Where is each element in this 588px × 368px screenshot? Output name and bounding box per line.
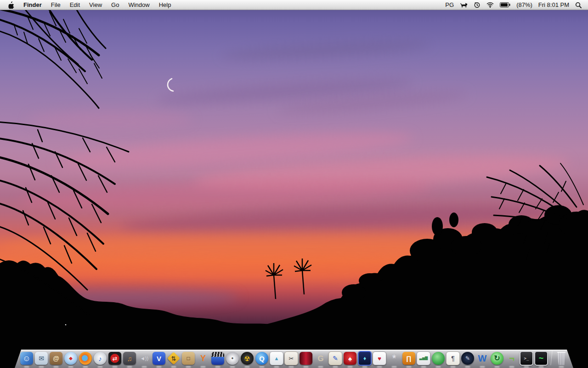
menu-window[interactable]: Window bbox=[124, 1, 154, 8]
vuze-tile: V bbox=[153, 352, 165, 365]
safari-dock-icon[interactable]: ◆ bbox=[64, 351, 78, 365]
keynote-glyph: ∏ bbox=[406, 355, 412, 362]
iphoto-glyph: ▲ bbox=[274, 356, 279, 361]
activity-monitor-glyph: ~ bbox=[539, 354, 544, 362]
vuze-dock-icon[interactable]: V bbox=[152, 351, 166, 365]
firefox-tile bbox=[79, 352, 92, 365]
address-book-glyph: @ bbox=[53, 355, 59, 362]
menu-file[interactable]: File bbox=[46, 1, 65, 8]
chart-app-dock-icon[interactable]: ▃▅▇ bbox=[417, 351, 430, 365]
mail-dock-icon[interactable]: ✉ bbox=[34, 351, 48, 365]
menu-finder[interactable]: Finder bbox=[19, 1, 46, 8]
burn-dock-icon[interactable]: ☢ bbox=[240, 351, 254, 365]
firefox-dock-icon[interactable] bbox=[79, 351, 92, 365]
pokerstars-glyph: ♠ bbox=[348, 355, 352, 362]
finder-dock-icon[interactable]: ☺ bbox=[20, 351, 34, 365]
iphoto-dock-icon[interactable]: ▲ bbox=[270, 351, 283, 365]
raygun-app-glyph: ¬ bbox=[509, 354, 514, 363]
vuze-glyph: V bbox=[157, 355, 161, 362]
dock-divider bbox=[549, 350, 554, 365]
apple-menu[interactable] bbox=[8, 1, 14, 9]
chart-app-glyph: ▃▅▇ bbox=[419, 356, 428, 360]
menu-bar: FinderFileEditViewGoWindowHelp PG bbox=[0, 0, 588, 10]
door-app-dock-icon[interactable]: □ bbox=[181, 351, 195, 365]
card-game-app-glyph: ♥ bbox=[378, 356, 381, 362]
door-app-tile: □ bbox=[182, 352, 195, 365]
neooffice-dock-icon[interactable] bbox=[431, 351, 445, 365]
microsoft-word-tile: W bbox=[476, 352, 489, 365]
safari-tile: ◆ bbox=[64, 352, 77, 365]
desktop: FinderFileEditViewGoWindowHelp PG bbox=[0, 0, 588, 368]
pen-journal-app-dock-icon[interactable]: ✎ bbox=[461, 351, 475, 365]
theater-app-dock-icon[interactable] bbox=[299, 351, 313, 365]
menu-clock[interactable]: Fri 8:01 PM bbox=[538, 1, 569, 8]
crossed-arrows-app-tile: ⇄ bbox=[108, 352, 121, 365]
wallpaper-sky bbox=[0, 0, 588, 368]
pokerstars-tile: ♠ bbox=[344, 352, 356, 365]
magic-hat-app-tile: * bbox=[388, 352, 401, 365]
itunes-tile: ♪ bbox=[94, 352, 107, 365]
gimp-dock-icon[interactable]: G bbox=[314, 351, 328, 365]
paintbrush-app-dock-icon[interactable]: ✎ bbox=[328, 351, 342, 365]
theater-app-tile bbox=[300, 352, 312, 365]
spotlight-icon[interactable] bbox=[575, 2, 582, 8]
two-way-sign-app-dock-icon[interactable]: ⇅ bbox=[167, 351, 181, 365]
address-book-dock-icon[interactable]: @ bbox=[49, 351, 63, 365]
battery-icon[interactable] bbox=[500, 2, 510, 7]
handbrake-dock-icon[interactable]: Y bbox=[196, 351, 210, 365]
card-game-app-tile: ♥ bbox=[373, 351, 386, 365]
time-machine-icon[interactable] bbox=[474, 1, 481, 8]
audio-speaker-app-glyph: ◄)) bbox=[140, 356, 148, 361]
keynote-dock-icon[interactable]: ∏ bbox=[402, 351, 416, 365]
raygun-app-tile: ¬ bbox=[505, 352, 518, 365]
dock-items: ☺✉@◆♪⇄♫◄))V⇅□Y●☢Q▲✂G✎♠♦♥*∏▃▅▇¶✎W↻¬>_~ bbox=[20, 350, 568, 365]
sync-app-glyph: ↻ bbox=[494, 355, 500, 362]
photo-editor-app-tile: ✂ bbox=[284, 351, 298, 365]
garageband-dock-icon[interactable]: ♫ bbox=[123, 351, 136, 365]
audio-speaker-app-tile: ◄)) bbox=[138, 352, 151, 365]
terminal-tile: >_ bbox=[520, 351, 533, 366]
pages-dock-icon[interactable]: ¶ bbox=[446, 351, 460, 365]
blue-flame-app-dock-icon[interactable]: ♦ bbox=[358, 351, 372, 365]
terminal-dock-icon[interactable]: >_ bbox=[520, 351, 533, 365]
menu-help[interactable]: Help bbox=[154, 1, 176, 8]
paintbrush-app-tile: ✎ bbox=[328, 351, 342, 365]
gimp-glyph: G bbox=[317, 355, 323, 362]
menu-left: FinderFileEditViewGoWindowHelp bbox=[0, 1, 175, 9]
raygun-app-dock-icon[interactable]: ¬ bbox=[505, 351, 519, 365]
wifi-icon[interactable] bbox=[486, 2, 494, 8]
menu-go[interactable]: Go bbox=[107, 1, 124, 8]
video-clip-app-dock-icon[interactable] bbox=[211, 351, 225, 365]
disc-ripper-app-dock-icon[interactable]: ● bbox=[226, 351, 239, 365]
two-way-sign-app-tile: ⇅ bbox=[167, 352, 180, 365]
activity-monitor-dock-icon[interactable]: ~ bbox=[534, 351, 548, 365]
burn-tile: ☢ bbox=[241, 352, 254, 365]
address-book-tile: @ bbox=[50, 352, 62, 365]
microsoft-word-glyph: W bbox=[478, 354, 487, 363]
itunes-dock-icon[interactable]: ♪ bbox=[93, 351, 107, 365]
quicktime-dock-icon[interactable]: Q bbox=[255, 351, 269, 365]
magic-hat-app-dock-icon[interactable]: * bbox=[387, 351, 401, 365]
video-clip-app-tile bbox=[211, 352, 224, 365]
crossed-arrows-app-dock-icon[interactable]: ⇄ bbox=[108, 351, 122, 365]
pages-glyph: ¶ bbox=[451, 355, 455, 362]
card-game-app-dock-icon[interactable]: ♥ bbox=[373, 351, 386, 365]
activity-monitor-tile: ~ bbox=[534, 351, 548, 366]
audio-speaker-app-dock-icon[interactable]: ◄)) bbox=[137, 351, 151, 365]
trash-dock-icon[interactable] bbox=[554, 351, 568, 365]
dog-icon[interactable] bbox=[460, 2, 468, 8]
photo-editor-app-dock-icon[interactable]: ✂ bbox=[284, 351, 298, 365]
battery-percent-label: (87%) bbox=[516, 1, 532, 8]
menu-edit[interactable]: Edit bbox=[65, 1, 85, 8]
sync-app-dock-icon[interactable]: ↻ bbox=[490, 351, 504, 365]
microsoft-word-dock-icon[interactable]: W bbox=[475, 351, 489, 365]
menu-status-area: PG bbox=[445, 1, 588, 8]
quicktime-glyph: Q bbox=[259, 355, 265, 362]
menu-view[interactable]: View bbox=[85, 1, 107, 8]
two-way-sign-app-glyph: ⇅ bbox=[171, 356, 176, 362]
mail-glyph: ✉ bbox=[39, 355, 44, 362]
keynote-tile: ∏ bbox=[402, 352, 415, 365]
user-initials-menu[interactable]: PG bbox=[445, 1, 454, 8]
pokerstars-dock-icon[interactable]: ♠ bbox=[343, 351, 357, 365]
pages-tile: ¶ bbox=[446, 351, 460, 365]
